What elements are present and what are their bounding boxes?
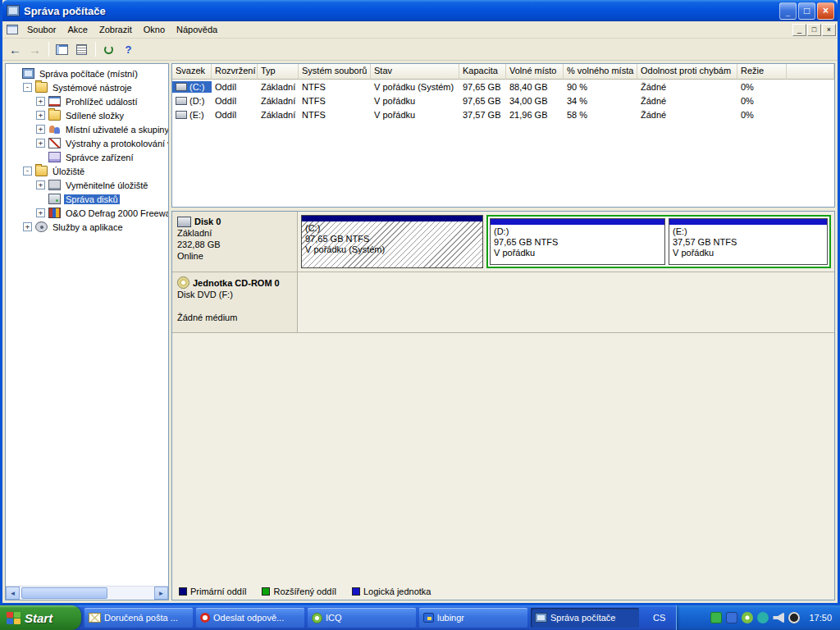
horizontal-scrollbar[interactable]: ◄ ► [6, 586, 168, 600]
mdi-minimize-button[interactable]: _ [792, 24, 806, 36]
refresh-button[interactable] [99, 40, 118, 58]
column-header-stav[interactable]: Stav [371, 64, 459, 80]
language-indicator[interactable]: CS [646, 605, 673, 630]
tray-volume-icon[interactable] [773, 612, 784, 623]
tray-antivirus-icon[interactable] [710, 612, 722, 623]
tree-item-label: Místní uživatelé a skupiny [64, 125, 169, 135]
properties-button[interactable] [72, 40, 91, 58]
tray-icq-icon[interactable] [742, 612, 753, 623]
cell-volne-misto: 88,40 GB [506, 81, 564, 93]
tree-item-oo-defrag[interactable]: + O&O Defrag 2000 Freeware [7, 206, 168, 220]
task-computer-management[interactable]: Správa počítače [531, 608, 639, 628]
detail-pane: Svazek Rozvržení Typ Systém souborů Stav… [171, 63, 835, 600]
system-menu-icon[interactable] [7, 25, 18, 34]
disk-graphical-view: Disk 0 Základní 232,88 GB Online (C:) 97… [171, 211, 835, 600]
column-header-svazek[interactable]: Svazek [172, 64, 212, 80]
performance-icon [48, 138, 61, 148]
expand-icon[interactable]: + [23, 222, 32, 231]
legend-label: Primární oddíl [190, 587, 246, 596]
tree-item-shared-folders[interactable]: + Sdílené složky [7, 108, 168, 122]
collapse-icon[interactable]: - [23, 83, 32, 92]
disk-0-partitions: (C:) 97,65 GB NTFS V pořádku (Systém) (D… [298, 212, 834, 272]
column-header-rezie[interactable]: Režie [737, 64, 787, 80]
expand-icon[interactable]: + [36, 125, 45, 134]
minimize-button[interactable]: _ [779, 2, 797, 20]
tree-item-local-users-groups[interactable]: + Místní uživatelé a skupiny [7, 122, 168, 136]
removable-storage-icon [48, 180, 61, 190]
disk-management-icon [48, 194, 61, 204]
legend-label: Logická jednotka [363, 587, 431, 596]
task-inbox[interactable]: Doručená pošta ... [84, 608, 193, 628]
column-header-rozvrzeni[interactable]: Rozvržení [212, 64, 258, 80]
tree-item-services-applications[interactable]: + Služby a aplikace [7, 220, 168, 234]
volume-row-d[interactable]: (D:) Oddíl Základní NTFS V pořádku 97,65… [172, 94, 834, 107]
cell-fs: NTFS [299, 109, 371, 121]
scrollbar-track[interactable] [20, 587, 154, 600]
expand-icon[interactable]: + [36, 208, 45, 217]
volume-row-c[interactable]: (C:) Oddíl Základní NTFS V pořádku (Syst… [172, 80, 834, 94]
menubar: Soubor Akce Zobrazit Okno Nápověda _ □ × [2, 21, 838, 39]
task-lubingr[interactable]: lubingr [419, 608, 527, 628]
partition-size: 97,65 GB NTFS [494, 237, 661, 248]
column-header-kapacita[interactable]: Kapacita [459, 64, 506, 80]
scrollbar-thumb[interactable] [21, 587, 107, 599]
menu-soubor[interactable]: Soubor [21, 23, 62, 36]
column-header-pct-volneho-mista[interactable]: % volného místa [564, 64, 637, 80]
expand-icon[interactable]: + [36, 111, 45, 120]
volume-row-e[interactable]: (E:) Oddíl Základní NTFS V pořádku 37,57… [172, 107, 834, 121]
expand-icon[interactable]: + [36, 97, 45, 106]
partition-name: (E:) [673, 226, 824, 237]
column-header-volne-misto[interactable]: Volné místo [506, 64, 564, 80]
tree-item-system-tools[interactable]: - Systémové nástroje [7, 80, 168, 94]
forward-button[interactable]: → [25, 40, 44, 58]
tree-item-label: Správce zařízení [64, 153, 135, 162]
tray-update-icon[interactable] [757, 612, 769, 623]
tree-item-storage[interactable]: - Úložiště [7, 164, 168, 178]
column-header-system-souboru[interactable]: Systém souborů [299, 64, 371, 80]
cdrom-label[interactable]: Jednotka CD-ROM 0 Disk DVD (F:) Žádné mé… [172, 272, 298, 332]
task-icq[interactable]: ICQ [308, 608, 416, 628]
expand-icon[interactable]: + [36, 139, 45, 148]
menu-okno[interactable]: Okno [138, 23, 171, 36]
expand-icon[interactable]: + [36, 180, 45, 189]
tree-item-event-viewer[interactable]: + Prohlížeč událostí [7, 94, 168, 108]
cell-odolnost: Žádné [637, 95, 737, 107]
cdrom-drive-letter: Disk DVD (F:) [177, 289, 292, 300]
mdi-restore-button[interactable]: □ [807, 24, 821, 36]
partition-e[interactable]: (E:) 37,57 GB NTFS V pořádku [669, 218, 828, 265]
disk-0-label[interactable]: Disk 0 Základní 232,88 GB Online [172, 212, 298, 272]
tray-network-icon[interactable] [726, 612, 737, 623]
scroll-right-button[interactable]: ► [154, 587, 168, 600]
menu-zobrazit[interactable]: Zobrazit [94, 23, 138, 36]
partition-d[interactable]: (D:) 97,65 GB NTFS V pořádku [490, 218, 665, 265]
column-header-odolnost[interactable]: Odolnost proti chybám [637, 64, 737, 80]
task-reply[interactable]: Odeslat odpově... [196, 608, 304, 628]
tree-item-removable-storage[interactable]: + Vyměnitelné úložiště [7, 178, 168, 192]
cell-odolnost: Žádné [637, 81, 737, 93]
help-button[interactable]: ? [119, 40, 138, 58]
partition-c[interactable]: (C:) 97,65 GB NTFS V pořádku (Systém) [301, 215, 483, 268]
tree-item-disk-management[interactable]: Správa disků [7, 192, 168, 206]
maximize-button[interactable]: □ [798, 2, 815, 20]
menu-napoveda[interactable]: Nápověda [171, 23, 223, 36]
titlebar[interactable]: Správa počítače _ □ × [2, 0, 838, 21]
taskbar-clock[interactable]: 17:50 [809, 613, 832, 623]
mdi-close-button[interactable]: × [822, 24, 836, 36]
tree-item-computer-management[interactable]: Správa počítače (místní) [7, 66, 168, 80]
computer-icon [22, 68, 34, 79]
start-button[interactable]: Start [0, 605, 81, 630]
toolbar: ← → ? [2, 39, 838, 61]
task-label: ICQ [326, 613, 342, 623]
cdrom-media-area [298, 272, 834, 332]
back-button[interactable]: ← [6, 40, 25, 58]
close-button[interactable]: × [817, 2, 834, 20]
disk-status: Online [177, 250, 292, 262]
show-hide-tree-button[interactable] [52, 40, 71, 58]
menu-akce[interactable]: Akce [62, 23, 93, 36]
scroll-left-button[interactable]: ◄ [6, 587, 20, 600]
collapse-icon[interactable]: - [23, 167, 32, 176]
tray-clock-icon[interactable] [788, 612, 800, 623]
tree-item-device-manager[interactable]: Správce zařízení [7, 150, 168, 164]
tree-item-performance-logs[interactable]: + Výstrahy a protokolování výk [7, 136, 168, 150]
column-header-typ[interactable]: Typ [258, 64, 299, 80]
